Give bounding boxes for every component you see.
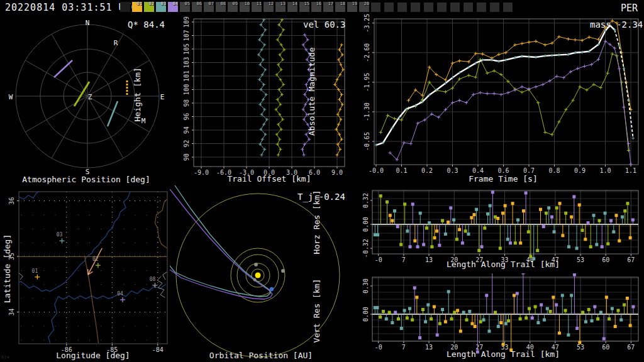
station-chip-20[interactable]: 20 — [359, 2, 369, 12]
residual-marker — [567, 334, 570, 337]
minor-grid-dot — [158, 298, 158, 299]
minor-grid-dot — [101, 284, 101, 285]
minor-grid-dot — [112, 284, 113, 285]
residual-marker — [422, 243, 425, 246]
station-chip-17[interactable]: 17 — [323, 2, 333, 12]
residual-marker — [447, 221, 450, 224]
minor-grid-dot — [21, 312, 21, 312]
station-chip-unused — [397, 3, 407, 12]
x-tick: 1.0 — [599, 167, 611, 174]
x-tick: -0 — [375, 344, 382, 351]
residual-marker — [406, 229, 409, 233]
minor-grid-dot — [89, 326, 90, 327]
residual-marker — [433, 236, 436, 239]
station-chip-12[interactable]: 12 — [264, 2, 274, 12]
residual-marker — [513, 294, 516, 297]
minor-grid-dot — [55, 284, 56, 285]
residual-marker — [549, 310, 552, 313]
residual-marker — [575, 247, 579, 250]
minor-grid-dot — [135, 284, 136, 285]
station-chip-06[interactable]: 06 — [192, 2, 202, 12]
station-chip-13[interactable]: 13 — [275, 2, 286, 12]
residual-marker — [438, 244, 441, 247]
station-chip-11[interactable]: 11 — [252, 2, 262, 12]
minor-grid-dot — [78, 270, 79, 271]
residual-marker — [499, 247, 502, 250]
station-chip-01[interactable]: 01 — [132, 2, 142, 12]
minor-grid-dot — [135, 270, 136, 271]
station-chip-07[interactable]: 07 — [204, 2, 214, 12]
station-chip-02[interactable]: 02 — [144, 2, 154, 12]
residual-marker — [540, 304, 543, 307]
residual-marker — [435, 229, 438, 233]
station-chip-15[interactable]: 15 — [299, 2, 309, 12]
minor-grid-dot — [21, 229, 21, 229]
station-chip-label: 19 — [352, 1, 357, 6]
meteor-track-02 — [74, 82, 89, 106]
residual-marker — [611, 307, 614, 310]
orbit-title: Orbital Position [AU] — [198, 351, 324, 360]
minor-grid-dot — [112, 326, 113, 327]
residual-marker — [631, 305, 635, 309]
minor-grid-dot — [67, 298, 67, 299]
minor-grid-dot — [78, 201, 79, 202]
x-tick: 7 — [402, 344, 406, 351]
station-chip-08[interactable]: 08 — [216, 2, 226, 12]
station-chip-19[interactable]: 19 — [347, 2, 357, 12]
station-chip-unused — [384, 3, 394, 12]
y-tick: 0.30 — [362, 278, 369, 293]
minor-grid-dot — [21, 243, 21, 243]
station-chip-unused — [477, 3, 486, 12]
residual-marker — [507, 319, 510, 322]
station-chip-16[interactable]: 16 — [311, 2, 321, 12]
map-feature-river-coosa — [58, 284, 166, 299]
plot-frame — [374, 19, 638, 165]
residual-marker — [426, 304, 430, 307]
minor-grid-dot — [67, 284, 67, 285]
orbital-position-plot — [170, 185, 352, 362]
minor-grid-dot — [44, 284, 45, 285]
station-chip-04[interactable]: 04 — [168, 2, 178, 12]
y-tick: 90 — [183, 153, 190, 161]
minor-grid-dot — [112, 270, 113, 271]
station-chip-09[interactable]: 09 — [228, 2, 238, 12]
residual-marker — [444, 233, 447, 236]
residual-marker — [455, 238, 458, 241]
station-chip-label: 14 — [292, 1, 297, 6]
minor-grid-dot — [123, 340, 124, 341]
minor-grid-dot — [32, 284, 33, 285]
minor-grid-dot — [147, 340, 147, 341]
minor-grid-dot — [44, 270, 45, 271]
station-chip-empty — [120, 2, 130, 12]
residual-marker — [546, 307, 549, 310]
minor-grid-dot — [21, 284, 21, 285]
map-feature-road-east-2 — [163, 272, 167, 280]
residual-marker — [403, 309, 406, 312]
station-chip-03[interactable]: 03 — [156, 2, 166, 12]
minor-grid-dot — [32, 243, 33, 243]
minor-grid-dot — [67, 229, 67, 229]
magnitude-xlabel: Frame Time [s] — [440, 174, 566, 184]
residual-marker — [415, 296, 418, 299]
residual-marker — [573, 273, 576, 277]
station-chip-05[interactable]: 05 — [180, 2, 190, 12]
y-tick: 105 — [183, 43, 190, 55]
minor-grid-dot — [112, 215, 113, 216]
minor-grid-dot — [32, 326, 33, 327]
map-frame — [19, 192, 167, 344]
residual-marker — [394, 311, 397, 314]
vert-res-ylabel: Vert Res [km] — [312, 270, 321, 352]
residual-marker — [449, 206, 452, 209]
residual-marker — [550, 216, 553, 219]
residual-marker — [487, 330, 491, 333]
meteor-track-04 — [54, 60, 72, 77]
meteor-track-03 — [108, 101, 118, 126]
polar-spoke — [87, 34, 123, 96]
station-chip-label: 10 — [245, 1, 250, 6]
station-chip-10[interactable]: 10 — [240, 2, 250, 12]
station-chip-unused — [503, 3, 513, 12]
minor-grid-dot — [78, 243, 79, 243]
earth-marker — [270, 287, 274, 291]
station-chip-18[interactable]: 18 — [335, 2, 345, 12]
station-chip-14[interactable]: 14 — [287, 2, 297, 12]
